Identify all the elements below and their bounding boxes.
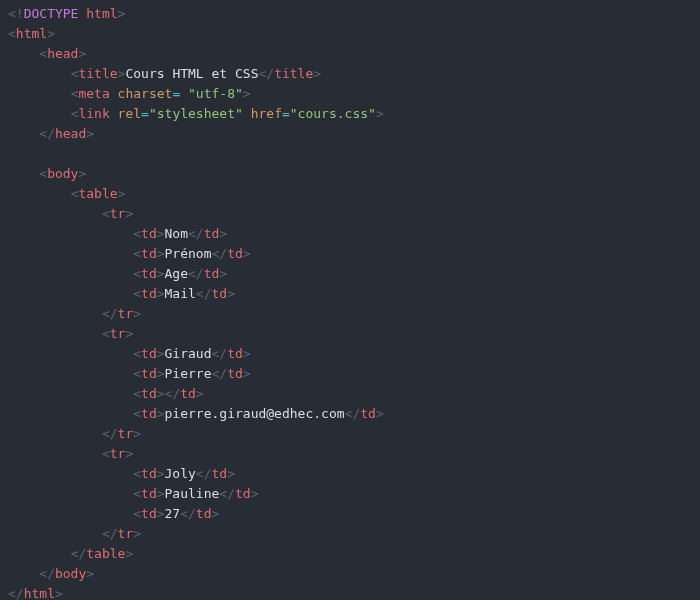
tag-table-close: table (86, 546, 125, 561)
code-line: </html> (8, 584, 692, 600)
tag-body: body (47, 166, 78, 181)
doctype-name: html (86, 6, 117, 21)
code-line: <td>Joly</td> (8, 464, 692, 484)
code-line: <html> (8, 24, 692, 44)
attr-value: "cours.css" (290, 106, 376, 121)
cell-text: 27 (165, 506, 181, 521)
tag-html-close: html (24, 586, 55, 600)
tag-td: td (141, 226, 157, 241)
code-line: <td>Age</td> (8, 264, 692, 284)
cell-text: Prénom (165, 246, 212, 261)
code-line: <td>Nom</td> (8, 224, 692, 244)
cell-text: Giraud (165, 346, 212, 361)
code-line: <table> (8, 184, 692, 204)
tag-link: link (78, 106, 109, 121)
code-line: <td>Pierre</td> (8, 364, 692, 384)
code-line: <td>pierre.giraud@edhec.com</td> (8, 404, 692, 424)
code-line: <td>27</td> (8, 504, 692, 524)
code-line: <td></td> (8, 384, 692, 404)
cell-text: Nom (165, 226, 188, 241)
cell-text: Pauline (165, 486, 220, 501)
punct-close: > (118, 6, 126, 21)
code-line: </tr> (8, 524, 692, 544)
code-line: <link rel="stylesheet" href="cours.css"> (8, 104, 692, 124)
attr-charset: charset (118, 86, 173, 101)
attr-value: "stylesheet" (149, 106, 243, 121)
code-line: <td>Giraud</td> (8, 344, 692, 364)
tag-tr: tr (110, 206, 126, 221)
tag-head-close: head (55, 126, 86, 141)
tag-meta: meta (78, 86, 109, 101)
tag-html: html (16, 26, 47, 41)
code-line: <td>Prénom</td> (8, 244, 692, 264)
cell-text: Mail (165, 286, 196, 301)
code-line: <head> (8, 44, 692, 64)
tag-body-close: body (55, 566, 86, 581)
attr-value: "utf-8" (188, 86, 243, 101)
code-line: <td>Pauline</td> (8, 484, 692, 504)
tag-title: title (78, 66, 117, 81)
attr-rel: rel (118, 106, 141, 121)
code-line: <body> (8, 164, 692, 184)
punct-open: <! (8, 6, 24, 21)
cell-text: Pierre (165, 366, 212, 381)
tag-head: head (47, 46, 78, 61)
code-line: <title>Cours HTML et CSS</title> (8, 64, 692, 84)
cell-text: pierre.giraud@edhec.com (165, 406, 345, 421)
code-line: <td>Mail</td> (8, 284, 692, 304)
cell-text: Joly (165, 466, 196, 481)
code-line: <tr> (8, 204, 692, 224)
cell-text: Age (165, 266, 188, 281)
code-editor[interactable]: <!DOCTYPE html> <html> <head> <title>Cou… (8, 4, 692, 600)
code-line: <tr> (8, 444, 692, 464)
code-line: </table> (8, 544, 692, 564)
code-line: </head> (8, 124, 692, 144)
code-line: </body> (8, 564, 692, 584)
code-line: </tr> (8, 424, 692, 444)
blank-line (8, 144, 692, 164)
code-line: </tr> (8, 304, 692, 324)
title-text: Cours HTML et CSS (125, 66, 258, 81)
code-line: <meta charset= "utf-8"> (8, 84, 692, 104)
tag-table: table (78, 186, 117, 201)
doctype-keyword: DOCTYPE (24, 6, 79, 21)
code-line: <tr> (8, 324, 692, 344)
attr-href: href (251, 106, 282, 121)
code-line: <!DOCTYPE html> (8, 4, 692, 24)
